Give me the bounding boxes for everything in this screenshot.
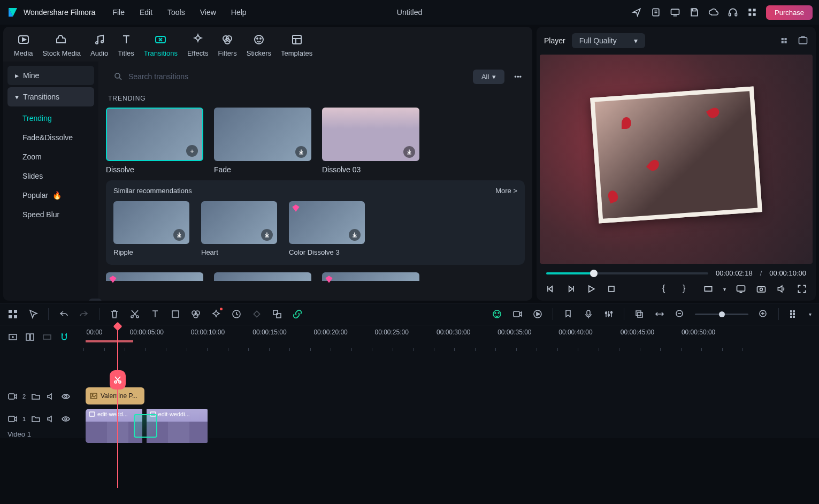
- cloud-icon[interactable]: [708, 7, 719, 18]
- dup-icon[interactable]: [634, 309, 645, 319]
- zoom-in-icon[interactable]: [758, 309, 769, 319]
- next-frame-icon[interactable]: [565, 284, 576, 294]
- tab-audio[interactable]: Audio: [90, 33, 108, 57]
- link-icon[interactable]: [292, 309, 303, 319]
- cursor-icon[interactable]: [28, 309, 39, 319]
- tab-stickers[interactable]: Stickers: [247, 33, 271, 57]
- clip-valentine[interactable]: Valentine P...: [86, 387, 144, 404]
- mute-icon[interactable]: [46, 414, 56, 424]
- eye-icon[interactable]: [61, 392, 71, 401]
- compare-view-icon[interactable]: [780, 35, 791, 46]
- tab-titles[interactable]: Titles: [118, 33, 134, 57]
- link-tracks-icon[interactable]: [25, 332, 35, 342]
- download-icon[interactable]: [403, 146, 415, 158]
- quality-monitor-icon[interactable]: [736, 284, 746, 294]
- color-icon[interactable]: [190, 309, 201, 319]
- tab-media[interactable]: Media: [14, 33, 33, 57]
- keyframe-icon[interactable]: [251, 309, 262, 319]
- rec-item-ripple[interactable]: Ripple: [113, 201, 189, 256]
- magnet-icon[interactable]: [59, 332, 70, 342]
- menu-view[interactable]: View: [200, 8, 216, 17]
- mark-out-icon[interactable]: }: [683, 284, 693, 294]
- more-options-button[interactable]: •••: [511, 70, 525, 84]
- zoom-slider[interactable]: [695, 314, 748, 315]
- text-icon[interactable]: [150, 309, 160, 319]
- sidebar-item-popular[interactable]: Popular 🔥: [7, 186, 94, 205]
- mark-in-icon[interactable]: {: [662, 284, 673, 294]
- player-tab[interactable]: Player: [544, 36, 565, 45]
- fullscreen-icon[interactable]: [797, 284, 807, 294]
- transition-item-partial[interactable]: [106, 272, 203, 281]
- folder-icon[interactable]: [31, 392, 41, 401]
- crop-icon[interactable]: [170, 309, 181, 319]
- more-link[interactable]: More >: [495, 187, 517, 195]
- sidebar-item-zoom[interactable]: Zoom: [7, 147, 94, 166]
- tab-stock-media[interactable]: Stock Media: [42, 33, 81, 57]
- notes-icon[interactable]: [650, 7, 661, 18]
- scrub-bar[interactable]: [546, 272, 708, 274]
- transition-item-fade[interactable]: Fade: [214, 108, 311, 174]
- rec-item-heart[interactable]: Heart: [201, 201, 277, 256]
- tracks-area[interactable]: Valentine P... edit-wedd... edit-weddi..…: [83, 349, 819, 438]
- chevron-down-icon[interactable]: ▾: [723, 286, 726, 292]
- add-track-icon[interactable]: [7, 332, 18, 342]
- fit-icon[interactable]: [654, 309, 665, 319]
- camera-icon[interactable]: [756, 284, 767, 294]
- transition-item-dissolve-03[interactable]: Dissolve 03: [322, 108, 419, 174]
- audio-mix-icon[interactable]: [603, 309, 614, 319]
- volume-icon[interactable]: [776, 284, 787, 294]
- sidebar-item-trending[interactable]: Trending: [7, 109, 94, 128]
- folder-icon[interactable]: [31, 414, 41, 424]
- download-icon[interactable]: [261, 229, 273, 241]
- sidebar-item-mine[interactable]: ▸ Mine: [7, 66, 94, 85]
- prev-frame-icon[interactable]: [545, 284, 556, 294]
- speed-icon[interactable]: [231, 309, 242, 319]
- tab-transitions[interactable]: Transitions: [144, 33, 178, 57]
- marker-icon[interactable]: [563, 309, 573, 319]
- track-size-icon[interactable]: [789, 309, 799, 319]
- menu-edit[interactable]: Edit: [140, 8, 152, 17]
- menu-help[interactable]: Help: [231, 8, 247, 17]
- mute-icon[interactable]: [46, 392, 56, 401]
- record-icon[interactable]: [512, 309, 523, 319]
- sidebar-item-fade-dissolve[interactable]: Fade&Dissolve: [7, 128, 94, 147]
- sidebar-item-slides[interactable]: Slides: [7, 166, 94, 186]
- ai-face-icon[interactable]: [492, 309, 502, 319]
- snapshot-import-icon[interactable]: [798, 35, 808, 46]
- play-icon[interactable]: [586, 284, 596, 294]
- search-input[interactable]: [128, 72, 466, 81]
- translate-icon[interactable]: [272, 309, 282, 319]
- filter-all-button[interactable]: All ▾: [473, 70, 504, 84]
- transition-item-partial[interactable]: [214, 272, 311, 281]
- menu-tools[interactable]: Tools: [167, 8, 185, 17]
- mic-icon[interactable]: [583, 309, 594, 319]
- tab-templates[interactable]: Templates: [281, 33, 312, 57]
- snap-icon[interactable]: [42, 332, 52, 342]
- playhead[interactable]: [117, 325, 118, 488]
- download-icon[interactable]: [295, 146, 307, 158]
- transition-on-timeline[interactable]: [134, 414, 157, 438]
- split-button[interactable]: [110, 370, 126, 390]
- stop-icon[interactable]: [606, 284, 617, 294]
- sidebar-item-speed-blur[interactable]: Speed Blur: [7, 205, 94, 224]
- rec-item-color-dissolve-3[interactable]: Color Dissolve 3: [289, 201, 365, 256]
- add-icon[interactable]: +: [186, 145, 198, 157]
- display-icon[interactable]: [670, 7, 680, 18]
- zoom-out-icon[interactable]: [675, 309, 685, 319]
- headset-icon[interactable]: [728, 7, 738, 18]
- ai-sparkle-icon[interactable]: [211, 309, 221, 319]
- download-icon[interactable]: [173, 229, 185, 241]
- render-icon[interactable]: [532, 309, 543, 319]
- cut-icon[interactable]: [129, 309, 140, 319]
- purchase-button[interactable]: Purchase: [766, 5, 813, 20]
- redo-icon[interactable]: [79, 309, 89, 319]
- eye-icon[interactable]: [61, 414, 71, 424]
- ratio-icon[interactable]: [703, 284, 714, 294]
- tab-effects[interactable]: Effects: [187, 33, 209, 57]
- undo-icon[interactable]: [58, 309, 69, 319]
- download-icon[interactable]: [349, 229, 361, 241]
- share-icon[interactable]: [631, 7, 642, 18]
- transition-item-dissolve[interactable]: + Dissolve: [106, 108, 203, 174]
- quality-select[interactable]: Full Quality ▾: [572, 33, 645, 48]
- video-preview[interactable]: [540, 55, 813, 264]
